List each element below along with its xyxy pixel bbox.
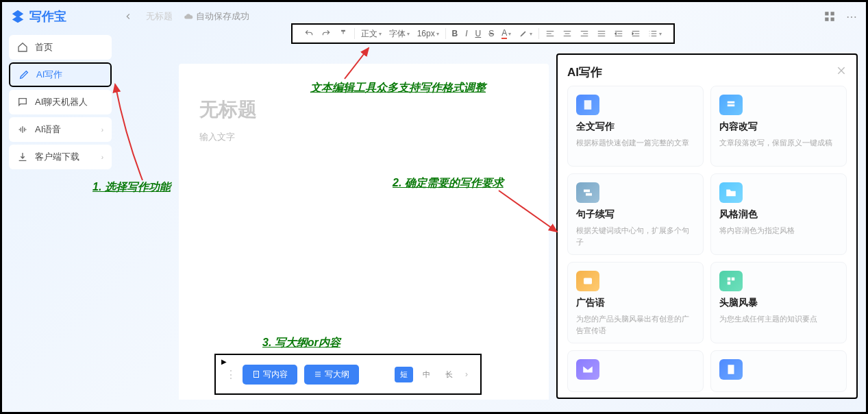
undo-icon xyxy=(304,29,314,38)
align-left-button[interactable] xyxy=(544,29,556,38)
ai-card-title: 内容改写 xyxy=(719,121,838,133)
list-icon xyxy=(648,29,658,38)
ai-card-polish[interactable]: 风格润色 将内容润色为指定风格 xyxy=(710,173,847,255)
length-long-chip[interactable]: 长 xyxy=(440,367,458,382)
continue-icon xyxy=(576,182,599,203)
svg-rect-7 xyxy=(586,193,592,196)
ai-card-full-writing[interactable]: 全文写作 根据标题快速创建一篇完整的文章 xyxy=(567,86,704,167)
align-right-icon xyxy=(580,29,589,38)
write-outline-button[interactable]: 写大纲 xyxy=(304,365,359,385)
svg-rect-5 xyxy=(584,100,592,110)
length-next-button[interactable]: › xyxy=(462,369,471,379)
rewrite-icon xyxy=(719,95,743,115)
ai-card-title: 句子续写 xyxy=(576,208,695,221)
ad-icon xyxy=(576,271,599,291)
indent-decrease-button[interactable] xyxy=(612,29,625,38)
svg-rect-3 xyxy=(831,18,834,21)
chat-icon xyxy=(17,97,28,108)
back-button[interactable] xyxy=(121,10,135,23)
apps-grid-icon[interactable] xyxy=(823,10,836,23)
redo-button[interactable] xyxy=(320,29,332,38)
mail-icon xyxy=(576,359,599,380)
autosave-status: 自动保存成功 xyxy=(184,10,249,23)
ai-card-continue[interactable]: 句子续写 根据关键词或中心句，扩展多个句子 xyxy=(567,173,704,255)
font-size-select[interactable]: 16px▾ xyxy=(416,29,441,38)
format-paint-button[interactable] xyxy=(337,29,349,38)
outline-icon xyxy=(314,370,322,378)
align-justify-icon xyxy=(597,29,606,38)
svg-rect-9 xyxy=(728,365,734,374)
folder-icon xyxy=(719,182,743,203)
document-editor[interactable]: 无标题 输入文字 xyxy=(179,64,549,400)
undo-button[interactable] xyxy=(303,29,315,38)
sidebar-item-label: AI写作 xyxy=(36,69,62,81)
download-icon xyxy=(17,151,28,162)
home-icon xyxy=(17,42,28,53)
grid-icon xyxy=(823,10,836,23)
ai-card-title: 风格润色 xyxy=(719,208,838,221)
indent-increase-button[interactable] xyxy=(630,29,642,38)
font-color-button[interactable]: A▾ xyxy=(500,28,512,39)
outdent-icon xyxy=(614,29,623,38)
brainstorm-icon xyxy=(719,271,743,291)
underline-button[interactable]: U xyxy=(474,29,483,38)
sidebar-item-ai-writing[interactable]: AI写作 xyxy=(9,62,112,87)
sidebar-item-home[interactable]: 首页 xyxy=(9,35,112,60)
writing-action-bar: ▶ ⋮ 写内容 写大纲 短 中 长 › xyxy=(214,354,482,395)
sidebar-item-label: AI语音 xyxy=(35,123,61,136)
align-left-icon xyxy=(545,29,555,38)
bold-button[interactable]: B xyxy=(451,29,460,38)
length-medium-chip[interactable]: 中 xyxy=(417,367,436,382)
sidebar-item-ai-voice[interactable]: AI语音 › xyxy=(9,117,112,142)
sidebar-item-ai-chatbot[interactable]: AI聊天机器人 xyxy=(9,90,112,114)
sidebar-item-label: 首页 xyxy=(35,41,53,53)
doc-icon xyxy=(576,95,599,115)
align-justify-button[interactable] xyxy=(595,29,608,38)
pencil-icon xyxy=(18,69,29,80)
ai-card-brainstorm[interactable]: 头脑风暴 为您生成任何主题的知识要点 xyxy=(710,262,847,343)
write-content-button[interactable]: 写内容 xyxy=(243,365,297,385)
font-family-select[interactable]: 字体▾ xyxy=(388,28,411,40)
indent-icon xyxy=(631,29,641,38)
length-short-chip[interactable]: 短 xyxy=(395,367,413,382)
ai-card-extra-2[interactable] xyxy=(710,350,847,392)
ai-card-grid: 全文写作 根据标题快速创建一篇完整的文章 内容改写 文章段落改写，保留原义一键成… xyxy=(567,86,847,392)
ai-card-title: 广告语 xyxy=(576,297,695,309)
paragraph-style-select[interactable]: 正文▾ xyxy=(360,28,383,40)
redo-icon xyxy=(321,29,331,38)
ai-card-desc: 根据标题快速创建一篇完整的文章 xyxy=(576,137,695,149)
ai-card-rewrite[interactable]: 内容改写 文章段落改写，保留原义一键成稿 xyxy=(710,86,847,167)
svg-rect-2 xyxy=(825,18,828,21)
ai-card-ad[interactable]: 广告语 为您的产品头脑风暴出有创意的广告宣传语 xyxy=(567,262,704,343)
ai-card-desc: 为您的产品头脑风暴出有创意的广告宣传语 xyxy=(576,313,695,336)
app-logo[interactable]: 写作宝 xyxy=(10,8,66,25)
sidebar: 首页 AI写作 AI聊天机器人 AI语音 › 客户端下载 › xyxy=(9,35,112,172)
logo-icon xyxy=(10,9,25,24)
doc-title-input[interactable]: 无标题 xyxy=(199,97,528,123)
annotation-1: 1. 选择写作功能 xyxy=(92,180,171,195)
close-button[interactable] xyxy=(836,65,847,80)
italic-button[interactable]: I xyxy=(464,29,469,38)
chevron-right-icon: › xyxy=(101,154,103,161)
highlight-button[interactable]: ▾ xyxy=(517,29,534,38)
list-button[interactable]: ▾ xyxy=(647,29,663,38)
doc-body-input[interactable]: 输入文字 xyxy=(199,131,528,143)
ai-card-title: 头脑风暴 xyxy=(719,297,838,309)
editor-toolbar: 正文▾ 字体▾ 16px▾ B I U S A▾ ▾ ▾ xyxy=(291,23,675,44)
sidebar-item-download[interactable]: 客户端下载 › xyxy=(9,145,112,169)
ai-writing-panel: AI写作 全文写作 根据标题快速创建一篇完整的文章 内容改写 文章段落改写，保留… xyxy=(556,53,858,399)
ai-card-desc: 为您生成任何主题的知识要点 xyxy=(719,313,838,325)
close-icon xyxy=(836,65,847,76)
ai-card-extra-1[interactable] xyxy=(567,350,704,392)
align-center-button[interactable] xyxy=(561,29,573,38)
play-indicator-icon: ▶ xyxy=(221,358,227,365)
ai-card-desc: 文章段落改写，保留原义一键成稿 xyxy=(719,137,838,149)
ai-card-desc: 将内容润色为指定风格 xyxy=(719,225,838,236)
svg-rect-8 xyxy=(584,278,592,284)
page-icon xyxy=(719,359,743,380)
chevron-right-icon: › xyxy=(101,126,103,134)
more-menu[interactable]: ⋯ xyxy=(845,10,858,23)
strike-button[interactable]: S xyxy=(487,29,495,38)
drag-handle-icon[interactable]: ⋮ xyxy=(225,368,236,381)
align-right-button[interactable] xyxy=(578,29,591,38)
